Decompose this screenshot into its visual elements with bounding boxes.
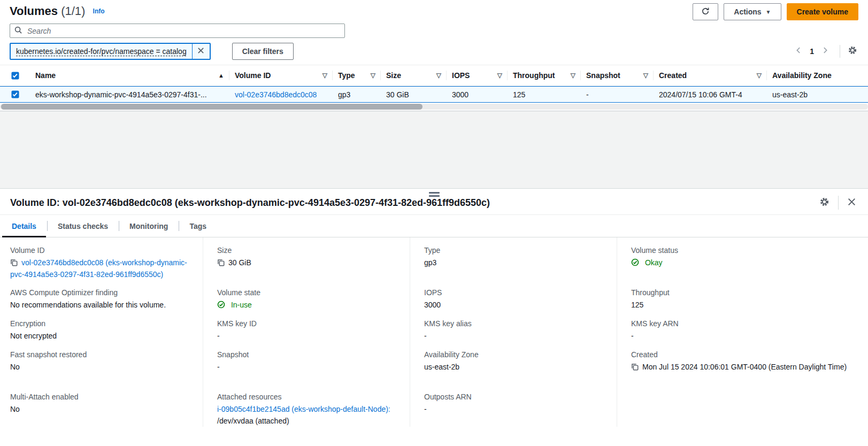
column-header-volume-id[interactable]: Volume ID ▽ bbox=[229, 65, 333, 86]
field-value: 125 bbox=[631, 299, 857, 311]
column-label: Availability Zone bbox=[772, 71, 832, 80]
attached-instance-link[interactable]: i-09b05c4f1be2145ad (eks-workshop-defaul… bbox=[217, 405, 390, 413]
field-value: - bbox=[631, 330, 857, 342]
field-value: 3000 bbox=[424, 299, 606, 311]
refresh-icon bbox=[701, 7, 710, 17]
field-value: No bbox=[10, 403, 192, 415]
status-badge: Okay bbox=[645, 258, 663, 267]
field-label: Outposts ARN bbox=[424, 391, 606, 402]
search-box[interactable] bbox=[10, 24, 345, 38]
attached-device: /dev/xvdaa (attached) bbox=[217, 417, 289, 425]
panel-preferences-button[interactable] bbox=[818, 196, 831, 210]
table-row[interactable]: eks-workshop-dynamic-pvc-4914a5e3-0297-4… bbox=[0, 86, 868, 103]
chevron-right-icon bbox=[821, 47, 829, 56]
copy-icon[interactable] bbox=[217, 259, 225, 268]
table-settings-button[interactable] bbox=[847, 44, 858, 58]
chevron-down-icon: ▼ bbox=[766, 9, 771, 15]
page-header: Volumes (1/1) Info Actions ▼ Create volu… bbox=[0, 0, 868, 60]
cell-iops: 3000 bbox=[447, 90, 508, 99]
column-header-snapshot[interactable]: Snapshot ▽ bbox=[581, 65, 654, 86]
scrollbar-thumb[interactable] bbox=[1, 104, 423, 110]
filter-token-label[interactable]: kubernetes.io/created-for/pvc/namespace … bbox=[11, 44, 192, 59]
field-label: Type bbox=[424, 245, 606, 256]
panel-close-button[interactable] bbox=[846, 196, 857, 209]
sort-icon: ▽ bbox=[322, 72, 327, 79]
sort-icon: ▽ bbox=[643, 72, 648, 79]
chevron-left-icon bbox=[795, 47, 802, 56]
volume-count: (1/1) bbox=[61, 4, 85, 18]
field-label: Multi-Attach enabled bbox=[10, 391, 192, 402]
page-title: Volumes (1/1) Info bbox=[10, 3, 105, 19]
field-label: Volume status bbox=[631, 245, 857, 256]
column-header-name[interactable]: Name ▲ bbox=[30, 65, 229, 86]
volume-id-detail-link[interactable]: vol-02e3746bd8edc0c08 (eks-workshop-dyna… bbox=[10, 258, 187, 279]
checkbox-checked-icon[interactable] bbox=[11, 72, 19, 80]
info-link[interactable]: Info bbox=[93, 7, 105, 15]
column-header-size[interactable]: Size ▽ bbox=[381, 65, 447, 86]
sort-icon: ▽ bbox=[571, 72, 575, 79]
horizontal-scrollbar[interactable] bbox=[0, 103, 868, 111]
volumes-page: Volumes (1/1) Info Actions ▼ Create volu… bbox=[0, 0, 868, 446]
column-header-type[interactable]: Type ▽ bbox=[333, 65, 381, 86]
field-value: gp3 bbox=[424, 257, 606, 268]
page-number[interactable]: 1 bbox=[806, 47, 817, 56]
cell-type: gp3 bbox=[333, 90, 381, 99]
field-value: - bbox=[217, 330, 399, 342]
field-value: 30 GiB bbox=[228, 258, 251, 267]
cell-created: 2024/07/15 10:06 GMT-4 bbox=[654, 90, 767, 99]
content-background bbox=[0, 111, 868, 188]
panel-resize-handle[interactable] bbox=[426, 191, 443, 198]
field-label: KMS key alias bbox=[424, 318, 606, 329]
field-label: Size bbox=[217, 245, 399, 256]
tab-status-checks[interactable]: Status checks bbox=[47, 215, 119, 237]
divider bbox=[838, 196, 839, 210]
field-label: Attached resources bbox=[217, 391, 399, 402]
field-label: Volume ID bbox=[10, 245, 192, 256]
status-badge: In-use bbox=[231, 301, 252, 309]
next-page-button[interactable] bbox=[817, 44, 833, 58]
field-label: Snapshot bbox=[217, 349, 399, 360]
volume-id-link[interactable]: vol-02e3746bd8edc0c08 bbox=[235, 90, 317, 99]
column-header-availability-zone[interactable]: Availability Zone bbox=[767, 65, 868, 86]
previous-page-button[interactable] bbox=[790, 44, 806, 58]
sort-ascending-icon: ▲ bbox=[218, 72, 224, 79]
copy-icon[interactable] bbox=[631, 363, 639, 372]
column-header-iops[interactable]: IOPS ▽ bbox=[447, 65, 508, 86]
status-okay-icon bbox=[217, 302, 227, 310]
field-label: AWS Compute Optimizer finding bbox=[10, 287, 192, 298]
field-label: KMS key ID bbox=[217, 318, 399, 329]
tab-tags[interactable]: Tags bbox=[179, 215, 217, 237]
pagination: 1 bbox=[790, 44, 858, 58]
cell-availability-zone: us-east-2b bbox=[767, 90, 868, 99]
field-value: - bbox=[424, 403, 606, 415]
filter-token-remove-button[interactable] bbox=[192, 44, 210, 59]
field-value: No recommendations available for this vo… bbox=[10, 299, 192, 311]
status-okay-icon bbox=[631, 259, 641, 268]
tab-monitoring[interactable]: Monitoring bbox=[119, 215, 179, 237]
gear-icon bbox=[848, 45, 857, 57]
checkbox-checked-icon[interactable] bbox=[11, 90, 19, 98]
actions-button[interactable]: Actions ▼ bbox=[724, 3, 781, 20]
clear-filters-button[interactable]: Clear filters bbox=[232, 43, 294, 60]
column-header-throughput[interactable]: Throughput ▽ bbox=[508, 65, 581, 86]
close-icon bbox=[197, 47, 205, 56]
create-volume-button[interactable]: Create volume bbox=[787, 3, 858, 20]
search-input[interactable] bbox=[26, 26, 340, 36]
tab-details[interactable]: Details bbox=[1, 215, 47, 237]
field-value: us-east-2b bbox=[424, 361, 606, 373]
refresh-button[interactable] bbox=[693, 3, 718, 20]
sort-icon: ▽ bbox=[757, 72, 762, 79]
row-checkbox[interactable] bbox=[0, 90, 30, 98]
field-label: Volume state bbox=[217, 287, 399, 298]
column-header-created[interactable]: Created ▽ bbox=[654, 65, 767, 86]
copy-icon[interactable] bbox=[10, 259, 18, 268]
field-label: Encryption bbox=[10, 318, 192, 329]
cell-throughput: 125 bbox=[508, 90, 581, 99]
column-label: Snapshot bbox=[586, 71, 620, 80]
create-volume-label: Create volume bbox=[797, 7, 848, 16]
filter-row: kubernetes.io/created-for/pvc/namespace … bbox=[10, 42, 858, 60]
panel-title: Volume ID: vol-02e3746bd8edc0c08 (eks-wo… bbox=[10, 197, 490, 209]
split-panel: Volume ID: vol-02e3746bd8edc0c08 (eks-wo… bbox=[0, 188, 868, 446]
select-all-checkbox[interactable] bbox=[0, 72, 30, 80]
column-label: Type bbox=[338, 71, 355, 80]
